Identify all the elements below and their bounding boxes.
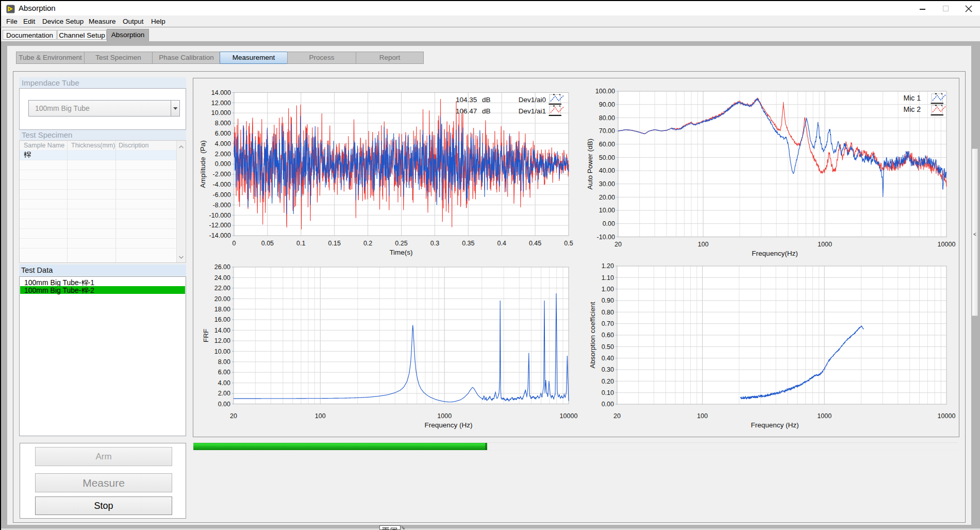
svg-text:60.00: 60.00 <box>599 141 615 148</box>
svg-text:30.00: 30.00 <box>599 180 615 188</box>
svg-text:0.1: 0.1 <box>296 240 305 247</box>
svg-text:-10.000: -10.000 <box>209 212 231 219</box>
svg-text:24.00: 24.00 <box>214 274 230 281</box>
svg-text:20: 20 <box>230 412 237 420</box>
svg-text:dB: dB <box>482 107 491 115</box>
svg-text:20.00: 20.00 <box>599 194 615 201</box>
svg-text:Time(s): Time(s) <box>389 249 412 256</box>
svg-text:Mic 2: Mic 2 <box>904 105 921 113</box>
svg-text:Frequency (Hz): Frequency (Hz) <box>751 421 799 429</box>
svg-text:1.00: 1.00 <box>602 286 614 293</box>
svg-text:Frequency(Hz): Frequency(Hz) <box>752 250 798 257</box>
svg-text:0.5: 0.5 <box>564 240 573 247</box>
svg-text:100: 100 <box>697 412 708 420</box>
svg-text:Absorption coefficient: Absorption coefficient <box>589 302 596 368</box>
svg-text:90.00: 90.00 <box>599 101 615 108</box>
svg-text:10.00: 10.00 <box>599 207 615 214</box>
svg-text:1000: 1000 <box>817 412 832 420</box>
svg-text:20: 20 <box>614 241 622 248</box>
svg-text:0.00: 0.00 <box>602 401 614 408</box>
svg-text:0.30: 0.30 <box>602 366 614 373</box>
svg-text:0.25: 0.25 <box>395 240 407 247</box>
svg-text:Dev1/ai1: Dev1/ai1 <box>519 107 546 115</box>
svg-text:26.00: 26.00 <box>214 263 230 271</box>
svg-text:-4.000: -4.000 <box>213 181 231 188</box>
svg-text:20.00: 20.00 <box>214 295 230 303</box>
svg-text:1.10: 1.10 <box>602 274 614 281</box>
svg-text:10000: 10000 <box>560 412 578 420</box>
svg-text:80.00: 80.00 <box>599 114 615 122</box>
svg-text:2.000: 2.000 <box>215 151 231 158</box>
svg-text:0.15: 0.15 <box>328 240 341 247</box>
svg-text:0.35: 0.35 <box>462 240 474 247</box>
svg-text:100: 100 <box>698 241 709 248</box>
svg-text:0.60: 0.60 <box>602 332 614 339</box>
svg-text:14.00: 14.00 <box>214 327 230 334</box>
svg-text:-8.000: -8.000 <box>213 202 231 209</box>
svg-text:2.00: 2.00 <box>218 390 230 397</box>
svg-text:Frequency (Hz): Frequency (Hz) <box>424 421 472 429</box>
svg-text:FRF: FRF <box>202 329 210 342</box>
svg-text:20: 20 <box>613 412 621 420</box>
svg-text:-10.00: -10.00 <box>597 234 615 241</box>
svg-text:100.00: 100.00 <box>595 88 615 95</box>
svg-text:0: 0 <box>232 240 236 247</box>
svg-text:0.000: 0.000 <box>215 160 231 168</box>
svg-text:0.20: 0.20 <box>602 378 614 385</box>
svg-text:8.00: 8.00 <box>218 358 230 366</box>
svg-text:40.00: 40.00 <box>599 167 615 174</box>
svg-text:1.20: 1.20 <box>602 262 614 270</box>
svg-text:0.80: 0.80 <box>602 309 614 316</box>
svg-text:10.00: 10.00 <box>214 348 230 355</box>
svg-text:18.00: 18.00 <box>214 306 230 313</box>
svg-text:-2.000: -2.000 <box>213 171 231 178</box>
svg-text:1000: 1000 <box>437 412 452 420</box>
svg-text:0.45: 0.45 <box>529 240 541 247</box>
svg-text:10000: 10000 <box>938 241 956 248</box>
svg-text:10.000: 10.000 <box>211 109 231 117</box>
svg-text:6.00: 6.00 <box>218 369 230 376</box>
svg-text:0.4: 0.4 <box>497 240 506 247</box>
svg-text:Dev1/ai0: Dev1/ai0 <box>519 96 546 104</box>
svg-text:104.35: 104.35 <box>456 96 477 104</box>
svg-text:0.70: 0.70 <box>602 320 614 327</box>
svg-text:-12.000: -12.000 <box>209 222 231 229</box>
svg-text:1000: 1000 <box>818 241 832 248</box>
svg-text:-6.000: -6.000 <box>213 191 231 198</box>
svg-text:dB: dB <box>482 96 491 104</box>
svg-text:12.000: 12.000 <box>211 100 231 107</box>
svg-text:0.05: 0.05 <box>261 240 274 247</box>
svg-text:0.3: 0.3 <box>430 240 439 247</box>
svg-text:Mic 1: Mic 1 <box>904 94 921 102</box>
svg-text:4.00: 4.00 <box>218 379 230 387</box>
svg-text:0.50: 0.50 <box>602 343 614 351</box>
svg-text:0.40: 0.40 <box>602 355 614 362</box>
svg-text:0.90: 0.90 <box>602 297 614 304</box>
svg-text:Auto Power (dB): Auto Power (dB) <box>586 139 594 190</box>
svg-text:22.00: 22.00 <box>214 285 230 292</box>
svg-text:50.00: 50.00 <box>599 154 615 161</box>
svg-text:106.47: 106.47 <box>456 107 477 115</box>
svg-text:70.00: 70.00 <box>599 127 615 135</box>
svg-text:0.00: 0.00 <box>218 401 230 408</box>
svg-text:10000: 10000 <box>938 412 956 420</box>
svg-text:0.2: 0.2 <box>363 240 372 247</box>
svg-text:12.00: 12.00 <box>214 337 230 344</box>
svg-text:-14.000: -14.000 <box>209 232 231 239</box>
svg-text:Amplitude (Pa): Amplitude (Pa) <box>199 140 207 188</box>
svg-text:100: 100 <box>315 412 326 420</box>
svg-text:0.10: 0.10 <box>602 389 614 396</box>
svg-text:16.00: 16.00 <box>214 316 230 323</box>
svg-text:6.000: 6.000 <box>215 130 231 137</box>
svg-text:4.000: 4.000 <box>215 140 231 147</box>
svg-text:14.000: 14.000 <box>211 89 231 96</box>
svg-text:8.000: 8.000 <box>215 120 231 127</box>
svg-text:0.00: 0.00 <box>603 220 615 227</box>
